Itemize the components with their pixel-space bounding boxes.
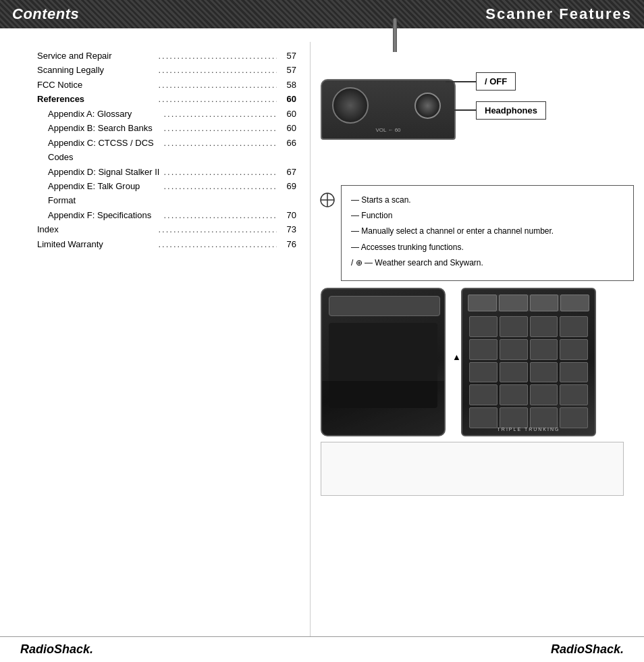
- toc-item: Appendix A: Glossary 60: [37, 107, 296, 121]
- toc-column: Service and Repair 57 Scanning Legally 5…: [0, 42, 311, 636]
- toc-page: 58: [279, 78, 296, 92]
- callout-region: / OFF Headphones: [476, 49, 634, 82]
- keypad-top-row: [468, 295, 589, 311]
- key-x3[interactable]: [560, 362, 588, 383]
- toc-text: Index: [37, 222, 156, 236]
- info-region: — Starts a scan.— Function— Manually sel…: [341, 185, 634, 281]
- toc-page: 60: [279, 92, 296, 106]
- toc-text: Appendix F: Specifications: [48, 208, 161, 222]
- toc-text: FCC Notice: [37, 78, 156, 92]
- key-extra: [560, 295, 589, 311]
- key-x4[interactable]: [469, 384, 498, 405]
- toc-text: Appendix E: Talk Group Format: [48, 179, 161, 208]
- toc-dots: [159, 237, 277, 251]
- hp-label-text: Headphones: [485, 105, 537, 116]
- crosshair-icon: [319, 192, 336, 208]
- toc-page: 57: [279, 63, 296, 77]
- scanner-full-column: ▲▼ –: [321, 288, 456, 436]
- key-2[interactable]: [500, 316, 528, 337]
- toc-page: 60: [279, 121, 296, 135]
- toc-page: 60: [279, 107, 296, 121]
- scanner-body-top: VOL ← 60: [321, 79, 456, 140]
- toc-dots: [164, 208, 277, 222]
- bottom-section: ▲▼ –: [321, 288, 634, 436]
- connector-line-off: [446, 81, 476, 82]
- toc-item: Appendix E: Talk Group Format 69: [37, 179, 296, 208]
- toc-dots: [164, 179, 277, 193]
- toc-dots: [159, 49, 277, 63]
- toc-item: Service and Repair 57: [37, 49, 296, 63]
- info-line: — Starts a scan.: [351, 194, 624, 207]
- key-x2[interactable]: [560, 339, 588, 360]
- scanner-diagram: VOL ← 60 / OFF Headphones: [311, 42, 644, 636]
- toc-page: 69: [279, 179, 296, 193]
- key-cl[interactable]: [560, 384, 588, 405]
- toc-page: 73: [279, 222, 296, 236]
- key-scan: [468, 295, 497, 311]
- info-line: / ⊕ — Weather search and Skywarn.: [351, 257, 624, 270]
- key-4[interactable]: [469, 339, 498, 360]
- footer-logo-left: RadioShack.: [20, 642, 93, 657]
- toc-item: Appendix F: Specifications 70: [37, 208, 296, 222]
- key-0[interactable]: [500, 384, 528, 405]
- footer-logo-right: RadioShack.: [551, 642, 624, 657]
- key-1[interactable]: [469, 316, 498, 337]
- toc-text: Service and Repair: [37, 49, 156, 63]
- key-7[interactable]: [469, 362, 498, 383]
- toc-item: Limited Warranty 76: [37, 237, 296, 251]
- scanner-top-image: VOL ← 60: [321, 49, 469, 177]
- key-x1[interactable]: [560, 316, 588, 337]
- info-line: — Manually select a channel or enter a c…: [351, 225, 624, 238]
- toc-text: Appendix C: CTCSS / DCS Codes: [48, 136, 161, 165]
- key-wx: [530, 295, 559, 311]
- key-9[interactable]: [530, 362, 558, 383]
- main-content: Service and Repair 57 Scanning Legally 5…: [0, 28, 644, 636]
- toc-page: 67: [279, 165, 296, 179]
- key-8[interactable]: [500, 362, 528, 383]
- connector-line-hp: [452, 109, 476, 111]
- key-func: [499, 295, 528, 311]
- info-line: — Function: [351, 209, 624, 222]
- key-dot[interactable]: [530, 384, 558, 405]
- toc-dots: [159, 222, 277, 236]
- toc-page: 70: [279, 208, 296, 222]
- header-title-right: Scanner Features: [485, 5, 632, 23]
- info-line: — Accesses trunking functions.: [351, 241, 624, 254]
- keypad-grid: [469, 316, 588, 428]
- toc-page: 66: [279, 136, 296, 150]
- toc-item: References 60: [37, 92, 296, 106]
- key-x5[interactable]: [469, 407, 498, 428]
- toc-dots: [159, 92, 277, 106]
- toc-item: Scanning Legally 57: [37, 63, 296, 77]
- bottom-description-box: [321, 442, 624, 496]
- toc-dots: [164, 121, 277, 135]
- toc-text: Appendix B: Search Banks: [48, 121, 161, 135]
- toc-dots: [159, 63, 277, 77]
- key-ent[interactable]: [560, 407, 588, 428]
- toc-dots: [164, 136, 277, 150]
- key-x6[interactable]: [500, 407, 528, 428]
- toc-dots: [164, 107, 277, 121]
- keypad-column: TRIPLE TRUNKING: [461, 288, 634, 436]
- scanner-full-body: [321, 288, 446, 436]
- key-5[interactable]: [500, 339, 528, 360]
- toc-item: Index 73: [37, 222, 296, 236]
- toc-item: FCC Notice 58: [37, 78, 296, 92]
- toc-item: Appendix C: CTCSS / DCS Codes 66: [37, 136, 296, 165]
- toc-list: Service and Repair 57 Scanning Legally 5…: [37, 49, 296, 251]
- toc-text: Limited Warranty: [37, 237, 156, 251]
- toc-item: Appendix D: Signal Stalker II 67: [37, 165, 296, 179]
- toc-page: 57: [279, 49, 296, 63]
- antenna: [393, 18, 397, 52]
- key-6[interactable]: [530, 339, 558, 360]
- toc-dots: [164, 165, 277, 179]
- toc-dots: [159, 78, 277, 92]
- triple-trunking-label: TRIPLE TRUNKING: [498, 427, 560, 432]
- toc-text: Appendix D: Signal Stalker II: [48, 165, 161, 179]
- key-pgm[interactable]: [530, 407, 558, 428]
- key-3[interactable]: [530, 316, 558, 337]
- toc-text: References: [37, 92, 156, 106]
- info-box: — Starts a scan.— Function— Manually sel…: [341, 185, 634, 281]
- scanner-vol-text: VOL ← 60: [375, 127, 400, 133]
- off-label-text: / OFF: [485, 76, 507, 86]
